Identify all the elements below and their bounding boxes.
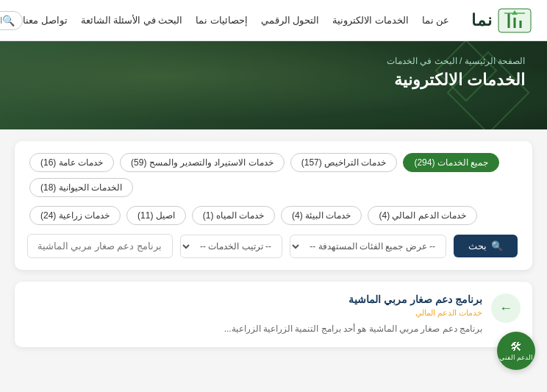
filter-tabs: جميع الخدمات (294) خدمات التراخيص (157) … (29, 153, 518, 197)
tech-support-circle: 🛠 الدعم الفني (497, 332, 535, 370)
tech-support-label: الدعم الفني (499, 354, 534, 361)
filter-tab-general[interactable]: خدمات عامة (16) (29, 153, 114, 172)
nav-eservices[interactable]: الخدمات الالكترونية (332, 15, 408, 26)
page-title: الخدمات الالكترونية (22, 71, 525, 90)
tech-support-icon: 🛠 (510, 341, 522, 354)
header-search-box: 🔍 (0, 11, 23, 30)
filter-tab-water[interactable]: خدمات المياه (1) (192, 206, 275, 225)
filter-tab-animal[interactable]: الخدمات الحيوانية (18) (29, 178, 133, 197)
logo[interactable]: نما (471, 7, 532, 34)
filter-tab-financial[interactable]: خدمات الدعم المالي (4) (368, 206, 477, 225)
result-description: برنامج دعم صغار مربي الماشية هو أحد برام… (26, 322, 482, 335)
result-card: ← برنامج دعم صغار مربي الماشية خدمات الد… (15, 282, 532, 347)
filter-tab-environment[interactable]: خدمات البيئة (4) (281, 206, 362, 225)
nav-about[interactable]: عن نما (422, 15, 449, 26)
breadcrumb-separator: / (460, 56, 462, 66)
nav-stats[interactable]: إحصائيات نما (196, 15, 247, 26)
nav-digital[interactable]: التحول الرقمي (261, 15, 319, 26)
filter-card: جميع الخدمات (294) خدمات التراخيص (157) … (15, 141, 532, 270)
result-category: خدمات الدعم المالي (26, 308, 482, 318)
result-title[interactable]: برنامج دعم صغار مربي الماشية (26, 293, 482, 305)
results-area: ← برنامج دعم صغار مربي الماشية خدمات الد… (15, 282, 532, 347)
header-right: نما عن نما الخدمات الالكترونية التحول ال… (23, 7, 532, 34)
filter-tab-all[interactable]: جميع الخدمات (294) (403, 153, 499, 172)
header: نما عن نما الخدمات الالكترونية التحول ال… (0, 0, 547, 41)
result-content: برنامج دعم صغار مربي الماشية خدمات الدعم… (26, 293, 482, 335)
result-icon: ← (491, 293, 521, 323)
filter-tab-licenses[interactable]: خدمات التراخيص (157) (290, 153, 398, 172)
breadcrumb: الصفحة الرئيسية / البحث في الخدمات (22, 56, 525, 66)
arrow-icon: ← (499, 301, 512, 316)
logo-icon (497, 7, 532, 34)
search-btn-icon: 🔍 (491, 240, 503, 252)
header-search-input[interactable] (0, 15, 2, 26)
sort-dropdown[interactable]: -- ترتيب الخدمات -- (180, 235, 282, 258)
filter-tab-agriculture[interactable]: خدمات زراعية (24) (29, 206, 121, 225)
nav-faq[interactable]: البحث في الأسئلة الشائعة (81, 15, 182, 26)
breadcrumb-home[interactable]: الصفحة الرئيسية (465, 56, 525, 66)
service-search-input[interactable] (27, 234, 173, 258)
target-audience-dropdown[interactable]: -- عرض جميع الفئات المستهدفة -- (290, 235, 446, 258)
filter-tab-import-export[interactable]: خدمات الاستيراد والتصدير والمسح (59) (120, 153, 285, 172)
hero-section: الصفحة الرئيسية / البحث في الخدمات الخدم… (0, 41, 547, 129)
search-button[interactable]: 🔍 بحث (454, 235, 518, 257)
results-list: ← برنامج دعم صغار مربي الماشية خدمات الد… (15, 282, 532, 347)
nav-links: عن نما الخدمات الالكترونية التحول الرقمي… (23, 15, 449, 26)
nav-contact[interactable]: تواصل معنا (23, 15, 67, 26)
header-search-icon[interactable]: 🔍 (2, 15, 15, 26)
filter-tab-aseel[interactable]: اصيل (11) (126, 206, 186, 225)
breadcrumb-current: البحث في الخدمات (387, 56, 457, 66)
search-btn-label: بحث (468, 240, 487, 252)
hero-content: الصفحة الرئيسية / البحث في الخدمات الخدم… (0, 41, 547, 97)
main-content: جميع الخدمات (294) خدمات التراخيص (157) … (0, 129, 547, 359)
filter-tabs-row2: خدمات الدعم المالي (4) خدمات البيئة (4) … (29, 206, 518, 225)
logo-text: نما (471, 11, 493, 30)
header-left: 🔍 🌐 English تسجيل (0, 10, 23, 31)
tech-support-button[interactable]: 🛠 الدعم الفني (497, 332, 535, 370)
search-row: 🔍 بحث -- عرض جميع الفئات المستهدفة -- --… (29, 234, 518, 258)
